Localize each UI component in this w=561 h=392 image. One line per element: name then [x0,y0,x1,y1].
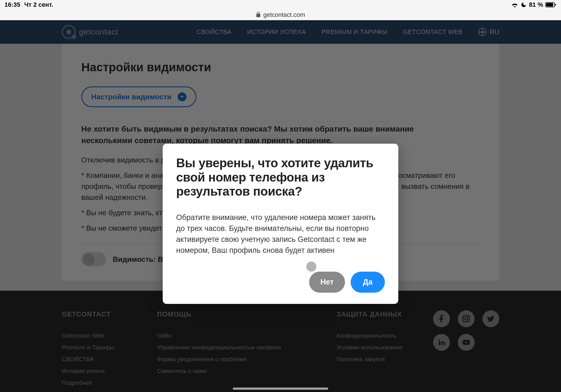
footer-link[interactable]: Истории успеха [62,365,129,377]
battery-icon [545,2,557,8]
modal-title: Вы уверены, что хотите удалить свой номе… [176,156,385,199]
moon-icon [521,2,527,8]
lock-icon [256,12,261,19]
footer-link[interactable]: Подробнее [62,377,129,389]
nav-link-web[interactable]: GETCONTACT WEB [403,28,463,36]
top-nav: getcontact СВОЙСТВА ИСТОРИИ УСПЕХА PREMI… [0,20,561,44]
card-title: Настройки видимости [81,61,480,74]
modal-yes-button[interactable]: Да [351,272,385,293]
pill-label: Настройки видимости [91,93,171,101]
footer-col-getcontact: GETCONTACT Getcontact Web Premium и Тари… [62,310,129,392]
footer-col-title: GETCONTACT [62,310,111,324]
card-lead-text: Не хотите быть видимым в результатах пои… [81,123,440,146]
svg-rect-2 [555,4,556,6]
svg-point-5 [468,316,469,317]
browser-url-bar[interactable]: getcontact.com [0,10,561,20]
status-time: 16:35 [4,1,20,8]
linkedin-icon[interactable] [433,334,450,351]
visibility-toggle[interactable] [81,252,106,267]
footer-link[interactable]: Форма уведомления о проблеме [157,353,286,365]
footer-col-title: ПОМОЩЬ [157,310,191,324]
footer-col-help: ПОМОЩЬ ЧаВо Управление конфиденциальност… [157,310,286,392]
facebook-icon[interactable] [433,310,450,327]
footer-link[interactable]: Свяжитесь с нами [157,365,286,377]
language-picker[interactable]: RU [478,28,499,36]
brand-logo-mark [62,25,76,39]
confirm-delete-modal: Вы уверены, что хотите удалить свой номе… [163,144,398,304]
footer-link[interactable]: Карьера [62,389,129,392]
globe-icon [478,28,487,36]
modal-body: Обратите внимание, что удаление номера м… [176,212,385,256]
footer-link[interactable]: Управление конфиденциальностью профиля [157,341,286,353]
footer-link[interactable]: Premium и Тарифы [62,341,129,353]
brand-logo[interactable]: getcontact [62,25,118,39]
cursor-indicator [306,262,316,272]
footer-link[interactable]: Политика закупок [337,353,404,365]
youtube-icon[interactable] [458,334,475,351]
toggle-knob [83,253,95,265]
svg-rect-1 [546,3,553,6]
nav-link-premium[interactable]: PREMIUM И ТАРИФЫ [322,28,387,36]
footer-link[interactable]: СВОЙСТВА [62,353,129,365]
nav-link-properties[interactable]: СВОЙСТВА [197,28,231,36]
visibility-settings-button[interactable]: Настройки видимости [81,86,196,107]
footer: GETCONTACT Getcontact Web Premium и Тари… [0,291,561,392]
battery-percent: 81 % [529,1,543,8]
home-indicator[interactable] [233,388,328,390]
url-domain: getcontact.com [263,11,305,19]
modal-no-button[interactable]: Нет [309,272,345,293]
footer-col-title: ЗАЩИТА ДАННЫХ [337,310,402,324]
footer-link[interactable]: Условия использования [337,341,404,353]
footer-link[interactable]: Конфиденциальность [337,330,404,341]
nav-link-success-stories[interactable]: ИСТОРИИ УСПЕХА [247,28,306,36]
svg-point-4 [465,317,468,320]
brand-logo-text: getcontact [79,27,118,36]
status-date: Чт 2 сент. [24,1,53,8]
twitter-icon[interactable] [482,310,499,327]
footer-link[interactable]: ЧаВо [157,330,286,341]
chevron-down-icon [178,92,187,101]
language-label: RU [489,28,499,36]
status-bar: 16:35 Чт 2 сент. 81 % [0,0,561,10]
footer-col-data-protection: ЗАЩИТА ДАННЫХ Конфиденциальность Условия… [337,310,404,392]
instagram-icon[interactable] [458,310,475,327]
footer-social-links [433,310,499,351]
wifi-icon [511,2,518,8]
footer-link[interactable]: Getcontact Web [62,330,129,341]
